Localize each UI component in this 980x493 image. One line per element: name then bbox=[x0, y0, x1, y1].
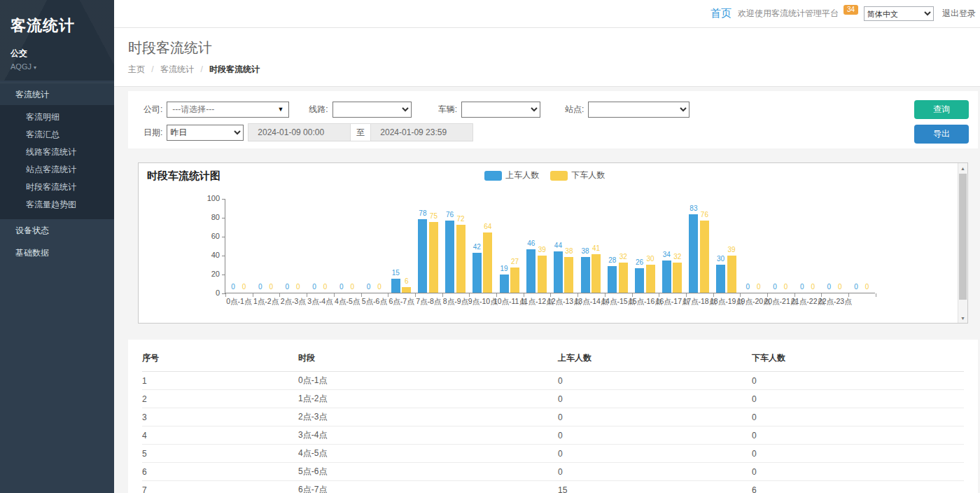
sidebar-item-period-stats[interactable]: 时段客流统计 bbox=[0, 179, 114, 196]
bar-boarding bbox=[716, 265, 725, 293]
table-row: 10点-1点00 bbox=[142, 372, 964, 390]
table-cell: 0 bbox=[558, 408, 752, 426]
legend-item-alighting[interactable]: 下车人数 bbox=[550, 169, 605, 181]
bar-value-label: 38 bbox=[565, 247, 573, 255]
bar-value-label: 32 bbox=[620, 253, 627, 261]
table-cell: 0 bbox=[752, 372, 964, 390]
bar-boarding bbox=[526, 249, 536, 293]
bar-alighting bbox=[619, 263, 628, 293]
table-cell: 0 bbox=[558, 463, 752, 481]
export-button[interactable]: 导出 bbox=[914, 125, 969, 144]
bar-value-label: 0 bbox=[269, 283, 273, 291]
bar-value-label: 0 bbox=[757, 283, 761, 291]
y-axis-label: 100 bbox=[196, 194, 220, 202]
sidebar-item-base-data[interactable]: 基础数据 bbox=[0, 242, 114, 264]
table-cell: 5点-6点 bbox=[298, 463, 558, 481]
notification-badge[interactable]: 34 bbox=[844, 5, 858, 15]
bar-value-label: 0 bbox=[323, 283, 328, 291]
breadcrumb-passenger-stats[interactable]: 客流统计 bbox=[160, 64, 194, 74]
query-button[interactable]: 查询 bbox=[914, 100, 969, 119]
bar-alighting bbox=[592, 254, 601, 293]
company-select[interactable]: ---请选择--- ▼ bbox=[167, 102, 289, 118]
bar-value-label: 0 bbox=[746, 283, 750, 291]
sidebar-item-station-stats[interactable]: 站点客流统计 bbox=[0, 161, 114, 179]
bar-boarding bbox=[418, 219, 427, 293]
dropdown-arrow-icon: ▼ bbox=[277, 106, 284, 113]
line-select[interactable] bbox=[332, 102, 412, 118]
vehicle-select[interactable] bbox=[461, 102, 540, 118]
vehicle-label: 车辆: bbox=[438, 104, 457, 116]
sidebar-item-device-status[interactable]: 设备状态 bbox=[0, 219, 114, 242]
language-select[interactable]: 简体中文 bbox=[864, 6, 934, 21]
bar-boarding bbox=[635, 268, 644, 293]
logout-link[interactable]: 退出登录 bbox=[942, 8, 976, 20]
sidebar-item-line-stats[interactable]: 线路客流统计 bbox=[0, 144, 114, 161]
date-preset-select[interactable]: 昨日 bbox=[167, 125, 244, 141]
scrollbar-thumb[interactable] bbox=[959, 174, 967, 300]
org-code-dropdown[interactable]: AQGJ ▾ bbox=[10, 62, 114, 71]
table-cell: 0 bbox=[558, 372, 752, 390]
bar-value-label: 26 bbox=[636, 258, 643, 266]
table-cell: 0 bbox=[752, 408, 964, 426]
table-row: 54点-5点00 bbox=[142, 445, 964, 463]
bar-value-label: 19 bbox=[500, 265, 507, 272]
table-header-cell: 时段 bbox=[298, 346, 558, 372]
table-cell: 1 bbox=[142, 372, 298, 390]
bar-value-label: 28 bbox=[608, 256, 616, 264]
table-cell: 0 bbox=[558, 390, 752, 408]
bar-value-label: 72 bbox=[457, 215, 465, 223]
y-axis-label: 60 bbox=[196, 232, 220, 240]
bar-value-label: 30 bbox=[717, 255, 724, 263]
scroll-down-icon[interactable]: ▼ bbox=[958, 313, 967, 323]
y-axis-label: 20 bbox=[196, 270, 220, 278]
line-label: 线路: bbox=[309, 104, 328, 116]
date-to-input[interactable]: 2024-01-09 23:59 bbox=[370, 123, 473, 141]
bar-value-label: 0 bbox=[231, 283, 235, 291]
legend-item-boarding[interactable]: 上车人数 bbox=[484, 169, 539, 181]
date-to-separator: 至 bbox=[351, 123, 370, 141]
x-axis-label: 22点-23点 bbox=[818, 297, 852, 307]
bar-value-label: 75 bbox=[430, 212, 438, 220]
company-label: 公司: bbox=[144, 104, 162, 116]
table-body: 10点-1点0021点-2点0032点-3点0043点-4点0054点-5点00… bbox=[142, 372, 964, 493]
table-row: 32点-3点00 bbox=[142, 408, 964, 426]
station-label: 站点: bbox=[565, 104, 584, 116]
bar-value-label: 41 bbox=[592, 244, 600, 252]
bar-alighting bbox=[538, 256, 547, 293]
bar-value-label: 27 bbox=[511, 258, 519, 265]
x-axis-label: 5点-6点 bbox=[362, 297, 387, 307]
x-axis-label: 3点-4点 bbox=[307, 297, 332, 307]
date-label: 日期: bbox=[144, 127, 162, 139]
table-cell: 0 bbox=[752, 445, 964, 463]
sidebar-item-trend-chart[interactable]: 客流量趋势图 bbox=[0, 196, 114, 214]
x-axis-tick bbox=[848, 293, 849, 297]
sidebar-item-passenger-summary[interactable]: 客流汇总 bbox=[0, 126, 114, 144]
bar-value-label: 34 bbox=[663, 251, 671, 258]
station-select[interactable] bbox=[588, 102, 690, 118]
bar-value-label: 0 bbox=[784, 283, 788, 291]
bar-value-label: 0 bbox=[286, 283, 290, 291]
bar-value-label: 46 bbox=[527, 239, 535, 247]
sidebar-item-passenger-detail[interactable]: 客流明细 bbox=[0, 109, 114, 126]
chart-scrollbar[interactable]: ▲ ▼ bbox=[958, 163, 967, 323]
table-header-cell: 下车人数 bbox=[752, 346, 964, 372]
table-cell: 0 bbox=[558, 426, 752, 445]
chart-title: 时段车流统计图 bbox=[147, 169, 220, 183]
breadcrumb-home[interactable]: 主页 bbox=[128, 64, 145, 74]
date-from-input[interactable]: 2024-01-09 00:00 bbox=[248, 123, 351, 141]
home-link[interactable]: 首页 bbox=[710, 7, 732, 20]
scroll-up-icon[interactable]: ▲ bbox=[958, 163, 967, 173]
x-axis-label: 4点-5点 bbox=[335, 297, 360, 307]
table-cell: 6点-7点 bbox=[298, 481, 558, 493]
period-stats-table: 序号时段上车人数下车人数 10点-1点0021点-2点0032点-3点0043点… bbox=[142, 346, 964, 493]
topbar: 首页 欢迎使用客流统计管理平台 34 简体中文 退出登录 bbox=[114, 0, 980, 28]
chart-panel: 时段车流统计图 上车人数 下车人数 0204060801000点-1点001点-… bbox=[138, 162, 968, 324]
bar-boarding bbox=[581, 257, 590, 293]
table-row: 76点-7点156 bbox=[142, 481, 964, 493]
y-axis-label: 0 bbox=[196, 289, 220, 297]
table-cell: 2 bbox=[142, 390, 298, 408]
bar-value-label: 38 bbox=[582, 247, 589, 255]
y-axis-tick bbox=[222, 256, 225, 256]
sidebar-item-passenger-stats[interactable]: 客流统计 bbox=[0, 83, 114, 105]
bar-alighting bbox=[727, 256, 736, 293]
